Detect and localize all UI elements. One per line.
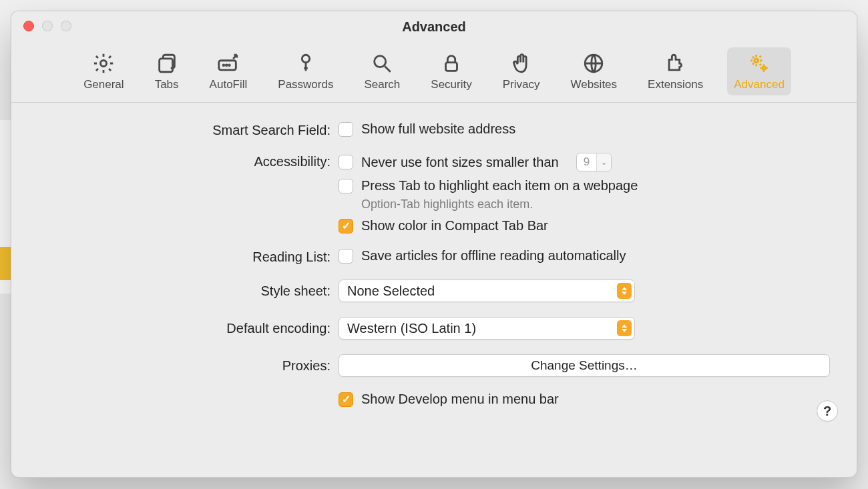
stepper-value: 9	[577, 155, 596, 169]
row-develop-menu: Show Develop menu in menu bar	[38, 392, 830, 407]
globe-icon	[582, 51, 606, 75]
key-icon	[294, 51, 318, 75]
tab-label: AutoFill	[210, 78, 248, 91]
text-show-full-address: Show full website address	[361, 121, 515, 137]
label-accessibility: Accessibility:	[38, 153, 339, 169]
help-icon: ?	[823, 404, 831, 419]
svg-rect-1	[159, 59, 172, 72]
text-min-font-size: Never use font sizes smaller than	[361, 155, 559, 170]
tab-label: Search	[364, 78, 400, 91]
row-reading-list: Reading List: Save articles for offline …	[38, 248, 830, 265]
label-reading-list: Reading List:	[38, 248, 339, 265]
hint-option-tab: Option-Tab highlights each item.	[361, 197, 830, 211]
tab-label: Extensions	[648, 78, 703, 91]
checkbox-tab-highlight[interactable]	[339, 179, 353, 193]
text-save-offline: Save articles for offline reading automa…	[361, 248, 626, 264]
svg-point-11	[763, 67, 766, 70]
text-compact-tab-color: Show color in Compact Tab Bar	[361, 218, 548, 233]
checkbox-save-offline[interactable]	[339, 249, 353, 264]
tab-general[interactable]: General	[77, 47, 130, 95]
row-style-sheet: Style sheet: None Selected	[38, 280, 830, 302]
tab-tabs[interactable]: Tabs	[148, 47, 186, 95]
svg-rect-8	[446, 63, 457, 71]
preferences-window: Advanced General Tabs AutoFill Passwor	[11, 11, 857, 478]
tab-label: General	[83, 78, 124, 91]
tab-label: Passwords	[278, 78, 333, 91]
content-area: Smart Search Field: Show full website ad…	[11, 103, 857, 427]
updown-arrows-icon	[617, 283, 632, 299]
checkbox-show-develop-menu[interactable]	[339, 392, 353, 407]
svg-point-0	[101, 60, 107, 66]
label-smart-search: Smart Search Field:	[38, 121, 339, 138]
select-value: None Selected	[347, 284, 435, 299]
row-smart-search: Smart Search Field: Show full website ad…	[38, 121, 830, 138]
row-proxies: Proxies: Change Settings…	[38, 354, 830, 377]
tab-label: Privacy	[503, 78, 540, 91]
svg-point-7	[375, 56, 386, 67]
close-window-button[interactable]	[23, 21, 34, 31]
tab-label: Advanced	[734, 78, 785, 91]
checkbox-compact-tab-color[interactable]	[339, 219, 353, 233]
window-title: Advanced	[11, 19, 857, 35]
preferences-toolbar: General Tabs AutoFill Passwords Search	[11, 42, 857, 103]
chevron-down-icon[interactable]: ⌄	[596, 153, 611, 171]
tab-autofill[interactable]: AutoFill	[203, 47, 254, 95]
button-label: Change Settings…	[531, 358, 638, 373]
row-default-encoding: Default encoding: Western (ISO Latin 1)	[38, 317, 830, 340]
lock-icon	[439, 51, 463, 75]
autofill-icon	[216, 51, 240, 75]
stepper-min-font-size[interactable]: 9 ⌄	[576, 153, 612, 171]
tab-privacy[interactable]: Privacy	[496, 47, 547, 95]
search-icon	[370, 51, 394, 75]
tabs-icon	[155, 51, 179, 75]
window-controls	[23, 21, 71, 31]
checkbox-min-font-size[interactable]	[339, 155, 353, 169]
tab-websites[interactable]: Websites	[564, 47, 624, 95]
svg-point-10	[754, 59, 758, 63]
updown-arrows-icon	[617, 320, 632, 336]
tab-label: Tabs	[155, 78, 179, 91]
svg-point-3	[223, 65, 224, 66]
zoom-window-button[interactable]	[61, 21, 71, 31]
gear-icon	[91, 51, 116, 75]
titlebar: Advanced	[11, 11, 857, 42]
label-style-sheet: Style sheet:	[38, 280, 339, 299]
tab-passwords[interactable]: Passwords	[271, 47, 340, 95]
tab-label: Websites	[570, 78, 617, 91]
svg-point-6	[302, 55, 309, 62]
select-default-encoding[interactable]: Western (ISO Latin 1)	[339, 317, 635, 340]
minimize-window-button[interactable]	[42, 21, 53, 31]
help-button[interactable]: ?	[817, 400, 838, 422]
svg-point-4	[226, 65, 227, 66]
button-change-proxy-settings[interactable]: Change Settings…	[339, 354, 830, 377]
gears-icon	[747, 51, 771, 75]
svg-point-5	[229, 65, 230, 66]
select-value: Western (ISO Latin 1)	[347, 321, 476, 336]
tab-advanced[interactable]: Advanced	[727, 47, 791, 95]
label-default-encoding: Default encoding:	[38, 317, 339, 336]
checkbox-show-full-address[interactable]	[339, 122, 353, 137]
tab-search[interactable]: Search	[357, 47, 407, 95]
text-tab-highlight: Press Tab to highlight each item on a we…	[361, 178, 638, 193]
text-show-develop-menu: Show Develop menu in menu bar	[361, 392, 559, 407]
tab-extensions[interactable]: Extensions	[641, 47, 710, 95]
tab-label: Security	[431, 78, 471, 91]
hand-icon	[509, 51, 533, 75]
puzzle-icon	[664, 51, 688, 75]
tab-security[interactable]: Security	[424, 47, 478, 95]
select-style-sheet[interactable]: None Selected	[339, 280, 635, 302]
label-proxies: Proxies:	[38, 354, 339, 374]
row-accessibility: Accessibility: Never use font sizes smal…	[38, 153, 830, 233]
